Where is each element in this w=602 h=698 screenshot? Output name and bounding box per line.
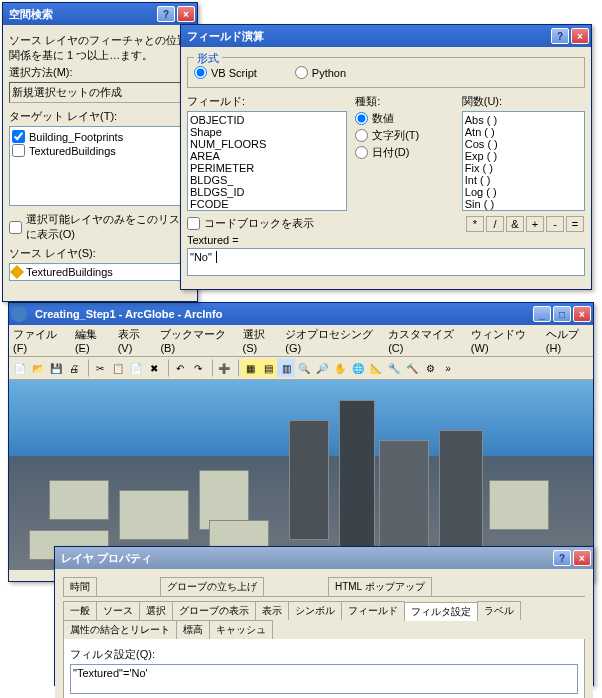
help-button[interactable]: ? (553, 550, 571, 566)
selectable-only-checkbox-row[interactable]: 選択可能レイヤのみをこのリストに表示(O) (9, 212, 191, 242)
type-date-radio[interactable] (355, 146, 368, 159)
tab[interactable]: ラベル (477, 601, 521, 620)
layer-checkbox-row[interactable]: Building_Footprints (12, 130, 188, 143)
source-dropdown[interactable]: TexturedBuildings (9, 263, 191, 281)
target-layers-list[interactable]: Building_Footprints TexturedBuildings (9, 126, 191, 206)
new-icon[interactable]: 📄 (11, 359, 29, 377)
field-item[interactable]: Shape (190, 126, 344, 138)
tabs-row-2[interactable]: 一般ソース選択グローブの表示表示シンボルフィールドフィルタ設定ラベル属性の結合と… (63, 601, 585, 639)
print-icon[interactable]: 🖨 (65, 359, 83, 377)
function-item[interactable]: Sin ( ) (465, 198, 582, 210)
function-item[interactable]: Exp ( ) (465, 150, 582, 162)
codeblock-checkbox-row[interactable]: コードブロックを表示 (187, 216, 465, 231)
copy-icon[interactable]: 📋 (109, 359, 127, 377)
close-button[interactable]: × (571, 28, 589, 44)
tool-icon[interactable]: 🔧 (385, 359, 403, 377)
close-button[interactable]: × (573, 550, 591, 566)
type-num-radio[interactable] (355, 112, 368, 125)
menu-item[interactable]: ウィンドウ(W) (471, 327, 536, 354)
close-button[interactable]: × (573, 306, 591, 322)
function-item[interactable]: Cos ( ) (465, 138, 582, 150)
tab[interactable]: HTML ポップアップ (328, 577, 432, 596)
undo-icon[interactable]: ↶ (171, 359, 189, 377)
menu-bar[interactable]: ファイル(F)編集(E)表示(V)ブックマーク(B)選択(S)ジオプロセシング(… (9, 325, 593, 357)
field-item[interactable]: Height (190, 210, 344, 211)
tab[interactable]: グローブの立ち上げ (160, 577, 264, 596)
python-radio-row[interactable]: Python (295, 66, 346, 79)
maximize-button[interactable]: □ (553, 306, 571, 322)
function-item[interactable]: Int ( ) (465, 174, 582, 186)
codeblock-checkbox[interactable] (187, 217, 200, 230)
tool-icon[interactable]: 🔍 (295, 359, 313, 377)
titlebar[interactable]: 空間検索 ? × (3, 3, 197, 25)
paste-icon[interactable]: 📄 (127, 359, 145, 377)
tab[interactable]: 標高 (176, 620, 210, 639)
field-item[interactable]: OBJECTID (190, 114, 344, 126)
tool-icon[interactable]: ▤ (259, 359, 277, 377)
function-item[interactable]: Log ( ) (465, 186, 582, 198)
tool-icon[interactable]: 🔎 (313, 359, 331, 377)
operator-button[interactable]: + (526, 216, 544, 232)
tab[interactable]: 時間 (63, 577, 97, 596)
titlebar[interactable]: Creating_Step1 - ArcGlobe - ArcInfo _ □ … (9, 303, 593, 325)
layer-checkbox-row[interactable]: TexturedBuildings (12, 144, 188, 157)
type-num-radio-row[interactable]: 数値 (355, 111, 446, 126)
cut-icon[interactable]: ✂ (91, 359, 109, 377)
operator-button[interactable]: / (486, 216, 504, 232)
close-button[interactable]: × (177, 6, 195, 22)
filter-input[interactable]: "Textured"='No' (70, 664, 578, 694)
menu-item[interactable]: ブックマーク(B) (160, 327, 232, 354)
toolbar[interactable]: 📄 📂 💾 🖨 ✂ 📋 📄 ✖ ↶ ↷ ➕ ▦ ▤ ▥ 🔍 🔎 ✋ 🌐 📐 🔧 … (9, 357, 593, 380)
tool-icon[interactable]: ▥ (277, 359, 295, 377)
menu-item[interactable]: ジオプロセシング(G) (285, 327, 378, 354)
menu-item[interactable]: 表示(V) (118, 327, 151, 354)
tab[interactable]: 一般 (63, 601, 97, 620)
tab[interactable]: シンボル (288, 601, 342, 620)
python-radio[interactable] (295, 66, 308, 79)
field-item[interactable]: PERIMETER (190, 162, 344, 174)
menu-item[interactable]: 選択(S) (243, 327, 276, 354)
tab[interactable]: ソース (96, 601, 140, 620)
field-item[interactable]: BLDGS_ID (190, 186, 344, 198)
help-button[interactable]: ? (551, 28, 569, 44)
method-dropdown[interactable]: 新規選択セットの作成 (9, 82, 191, 103)
3d-viewport[interactable] (9, 380, 593, 570)
field-item[interactable]: NUM_FLOORS (190, 138, 344, 150)
vbscript-radio[interactable] (194, 66, 207, 79)
layer-checkbox[interactable] (12, 144, 25, 157)
vbscript-radio-row[interactable]: VB Script (194, 66, 257, 79)
menu-item[interactable]: カスタマイズ(C) (388, 327, 461, 354)
function-item[interactable]: Sqr ( ) (465, 210, 582, 211)
tool-icon[interactable]: ✋ (331, 359, 349, 377)
type-date-radio-row[interactable]: 日付(D) (355, 145, 446, 160)
titlebar[interactable]: フィールド演算 ? × (181, 25, 591, 47)
tool-icon[interactable]: 🔨 (403, 359, 421, 377)
delete-icon[interactable]: ✖ (145, 359, 163, 377)
type-str-radio-row[interactable]: 文字列(T) (355, 128, 446, 143)
field-item[interactable]: FCODE (190, 198, 344, 210)
add-data-icon[interactable]: ➕ (215, 359, 233, 377)
type-str-radio[interactable] (355, 129, 368, 142)
function-item[interactable]: Fix ( ) (465, 162, 582, 174)
tool-icon[interactable]: 🌐 (349, 359, 367, 377)
tab[interactable]: フィルタ設定 (404, 602, 478, 621)
menu-item[interactable]: ヘルプ(H) (546, 327, 589, 354)
minimize-button[interactable]: _ (533, 306, 551, 322)
operator-button[interactable]: & (506, 216, 524, 232)
tool-icon[interactable]: ▦ (241, 359, 259, 377)
tabs-row-1[interactable]: 時間 グローブの立ち上げ HTML ポップアップ (63, 577, 585, 597)
layer-checkbox[interactable] (12, 130, 25, 143)
field-item[interactable]: AREA (190, 150, 344, 162)
fields-list[interactable]: OBJECTIDShapeNUM_FLOORSAREAPERIMETERBLDG… (187, 111, 347, 211)
functions-list[interactable]: Abs ( )Atn ( )Cos ( )Exp ( )Fix ( )Int (… (462, 111, 585, 211)
help-button[interactable]: ? (157, 6, 175, 22)
tab[interactable]: 選択 (139, 601, 173, 620)
selectable-only-checkbox[interactable] (9, 221, 22, 234)
open-icon[interactable]: 📂 (29, 359, 47, 377)
menu-item[interactable]: 編集(E) (75, 327, 108, 354)
tab[interactable]: キャッシュ (209, 620, 273, 639)
tool-icon[interactable]: » (439, 359, 457, 377)
expression-input[interactable]: "No" (187, 248, 585, 276)
tool-icon[interactable]: 📐 (367, 359, 385, 377)
tool-icon[interactable]: ⚙ (421, 359, 439, 377)
